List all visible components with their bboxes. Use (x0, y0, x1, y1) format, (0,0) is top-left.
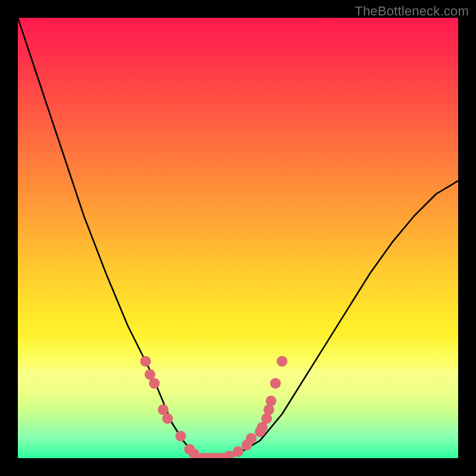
data-dot (270, 378, 281, 389)
data-dot (149, 378, 159, 389)
data-dot (140, 356, 151, 367)
data-dot (233, 446, 243, 457)
watermark-label: TheBottleneck.com (355, 4, 469, 19)
data-dots-group (140, 356, 287, 458)
data-dot (246, 433, 256, 444)
bottleneck-curve (18, 18, 458, 458)
bottleneck-chart: TheBottleneck.com (0, 0, 476, 476)
plot-area (18, 18, 458, 458)
data-dot (176, 431, 186, 441)
data-dot (277, 356, 287, 367)
curve-layer (18, 18, 458, 458)
data-dot (162, 413, 173, 424)
data-dot (266, 396, 277, 406)
